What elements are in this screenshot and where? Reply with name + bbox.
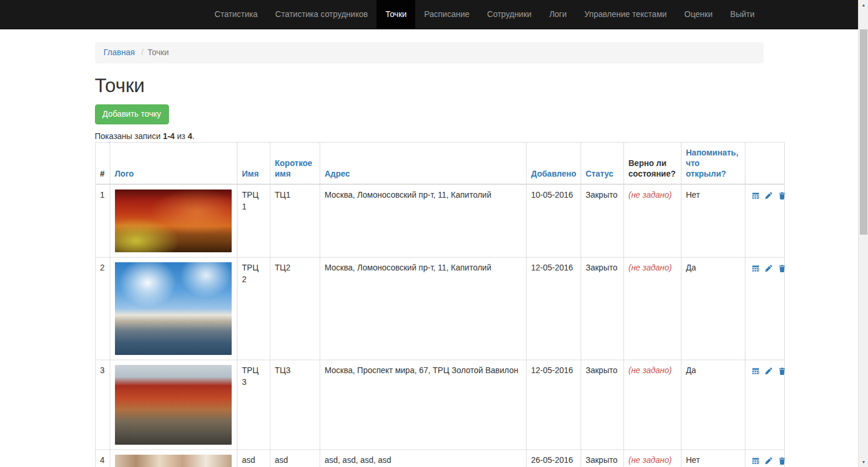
col-header-added-sort[interactable]: Добавлено [531, 169, 577, 178]
cell-logo [110, 258, 237, 360]
not-set-label: (не задано) [629, 263, 672, 272]
breadcrumb-home-link[interactable]: Главная [104, 48, 135, 57]
summary-infix: из [175, 131, 188, 141]
not-set-label: (не задано) [629, 190, 672, 199]
summary-text: Показаны записи 1-4 из 4. [95, 130, 764, 142]
nav-link-text-management[interactable]: Управление текстами [575, 0, 676, 29]
add-point-button[interactable]: Добавить точку [95, 104, 169, 124]
col-header-actions [745, 143, 784, 185]
cell-logo [110, 450, 237, 467]
cell-remind: Нет [681, 184, 745, 258]
calendar-action-button[interactable] [752, 189, 760, 201]
cell-actions [745, 360, 784, 450]
pencil-icon [765, 265, 772, 272]
edit-action-button[interactable] [765, 262, 772, 274]
cell-added: 12-05-2016 [526, 258, 581, 360]
calendar-action-button[interactable] [752, 262, 760, 274]
calendar-action-button[interactable] [752, 455, 760, 466]
cell-actions [745, 258, 784, 360]
delete-action-button[interactable] [778, 455, 786, 466]
breadcrumb: Главная Точки [95, 42, 764, 63]
nav-item-logs: Логи [540, 0, 575, 29]
summary-total: 4 [188, 131, 192, 141]
cell-actions [745, 450, 784, 467]
cell-name: asd [237, 450, 270, 467]
cell-status: Закрыто [581, 258, 623, 360]
summary-suffix: . [192, 131, 195, 141]
calendar-icon [752, 367, 760, 375]
col-header-logo-sort[interactable]: Лого [115, 169, 134, 178]
nav-item-text-management: Управление текстами [575, 0, 676, 29]
calendar-icon [752, 192, 760, 199]
cell-name: ТРЦ 1 [237, 184, 270, 258]
pencil-icon [765, 457, 772, 465]
edit-action-button[interactable] [765, 189, 772, 201]
col-header-address-sort[interactable]: Адрес [325, 169, 350, 178]
cell-state-valid: (не задано) [623, 360, 681, 450]
cell-added: 10-05-2016 [526, 184, 581, 258]
scroll-thumb[interactable] [860, 29, 867, 235]
trash-icon [778, 367, 786, 375]
cell-added: 26-05-2016 [526, 450, 581, 467]
cell-logo [110, 360, 237, 450]
nav-item-logout: Выйти [721, 0, 763, 29]
summary-prefix: Показаны записи [95, 131, 163, 141]
edit-action-button[interactable] [765, 365, 772, 377]
cell-state-valid: (не задано) [623, 258, 681, 360]
nav-item-employees: Сотрудники [479, 0, 541, 29]
col-header-num: # [95, 143, 110, 185]
calendar-icon [752, 265, 760, 272]
cell-status: Закрыто [581, 360, 623, 450]
points-table: # Лого Имя Короткое имя Адрес Добавлено … [95, 142, 785, 467]
col-header-short-name-sort[interactable]: Короткое имя [275, 158, 313, 178]
point-logo-image [115, 262, 232, 355]
delete-action-button[interactable] [778, 189, 786, 201]
edit-action-button[interactable] [765, 455, 772, 466]
nav-link-statistics[interactable]: Статистика [206, 0, 267, 29]
delete-action-button[interactable] [778, 262, 786, 274]
cell-added: 12-05-2016 [526, 360, 581, 450]
col-header-name-sort[interactable]: Имя [242, 169, 259, 178]
not-set-label: (не задано) [629, 366, 672, 375]
nav-link-schedule[interactable]: Расписание [415, 0, 478, 29]
nav-item-statistics: Статистика [206, 0, 267, 29]
not-set-label: (не задано) [629, 455, 672, 465]
cell-address: Москва, Ломоносовский пр-т, 11, Капитоли… [320, 184, 526, 258]
cell-address: Москва, Ломоносовский пр-т, 11, Капитоли… [320, 258, 526, 360]
cell-name: ТРЦ 2 [237, 258, 270, 360]
cell-state-valid: (не задано) [623, 450, 681, 467]
cell-status: Закрыто [581, 184, 623, 258]
scroll-down-arrow[interactable]: ▼ [859, 457, 868, 467]
nav-link-points[interactable]: Точки [377, 0, 415, 29]
summary-range: 1-4 [163, 131, 175, 141]
cell-name: ТРЦ 3 [237, 360, 270, 450]
trash-icon [778, 265, 786, 272]
scrollbar[interactable]: ▲ ▼ [858, 0, 868, 467]
trash-icon [778, 457, 786, 465]
col-header-status-sort[interactable]: Статус [586, 169, 613, 178]
main-menu: Статистика Статистика сотрудников Точки … [206, 0, 764, 29]
trash-icon [778, 192, 786, 199]
cell-num: 3 [95, 360, 110, 450]
cell-remind: Да [681, 258, 745, 360]
delete-action-button[interactable] [778, 365, 786, 377]
cell-actions [745, 184, 784, 258]
cell-state-valid: (не задано) [623, 184, 681, 258]
top-navbar: Статистика Статистика сотрудников Точки … [0, 0, 858, 29]
table-row: 4 asd asd asd, asd, asd, asd 26-05-2016 … [95, 450, 784, 467]
nav-link-employee-statistics[interactable]: Статистика сотрудников [266, 0, 377, 29]
nav-link-employees[interactable]: Сотрудники [479, 0, 541, 29]
page-title: Точки [95, 75, 764, 96]
nav-item-schedule: Расписание [415, 0, 478, 29]
nav-item-ratings: Оценки [676, 0, 721, 29]
cell-remind: Да [681, 360, 745, 450]
nav-link-logout[interactable]: Выйти [721, 0, 763, 29]
cell-short-name: ТЦ1 [270, 184, 320, 258]
calendar-action-button[interactable] [752, 365, 760, 377]
cell-num: 2 [95, 258, 110, 360]
col-header-remind-sort[interactable]: Напоминать, что открыли? [686, 148, 738, 178]
table-row: 2 ТРЦ 2 ТЦ2 Москва, Ломоносовский пр-т, … [95, 258, 784, 360]
nav-link-ratings[interactable]: Оценки [676, 0, 721, 29]
nav-link-logs[interactable]: Логи [540, 0, 575, 29]
scroll-up-arrow[interactable]: ▲ [859, 0, 868, 10]
